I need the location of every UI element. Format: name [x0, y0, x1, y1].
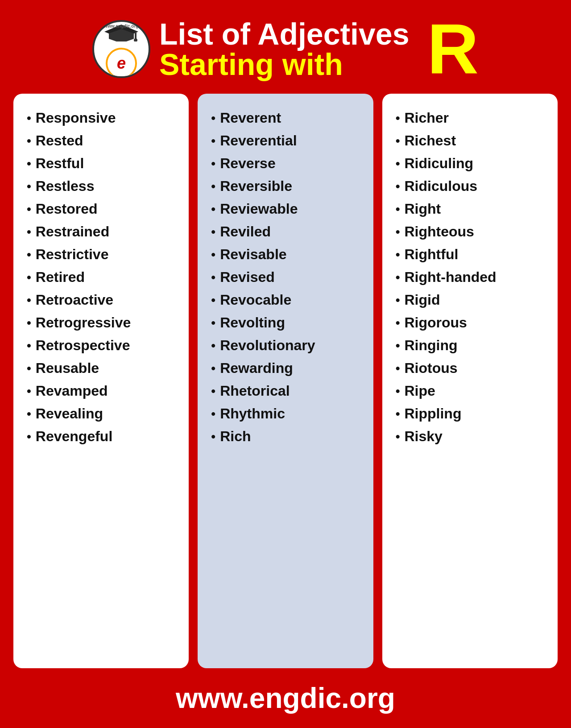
- column-2: ReverentReverentialReverseReversibleRevi…: [198, 94, 373, 668]
- list-item: Revealing: [27, 403, 180, 425]
- column-3: RicherRichestRidiculingRidiculousRightRi…: [382, 94, 558, 668]
- list-item: Retrogressive: [27, 312, 180, 334]
- list-item: Riotous: [396, 357, 549, 379]
- list-item: Reverent: [211, 107, 364, 129]
- list-item: Rhythmic: [211, 403, 364, 425]
- list-item: Rigid: [396, 289, 549, 311]
- title-block: List of Adjectives Starting with: [159, 19, 410, 79]
- list-item: Restless: [27, 175, 180, 197]
- header: e www.engdic.org List of Adjectives Star…: [0, 0, 571, 94]
- list-item: Ringing: [396, 335, 549, 356]
- list-item: Right: [396, 198, 549, 220]
- list-item: Revamped: [27, 380, 180, 402]
- list-item: Rhetorical: [211, 380, 364, 402]
- big-letter: R: [427, 13, 479, 85]
- list-item: Richer: [396, 107, 549, 129]
- list-item: Retroactive: [27, 289, 180, 311]
- logo-url: www.engdic.org: [104, 24, 139, 29]
- list-item: Reverse: [211, 153, 364, 174]
- list-item: Reversible: [211, 175, 364, 197]
- list-item: Responsive: [27, 107, 180, 129]
- word-list-1: ResponsiveRestedRestfulRestlessRestoredR…: [27, 107, 180, 447]
- list-item: Retrospective: [27, 335, 180, 356]
- columns-wrapper: ResponsiveRestedRestfulRestlessRestoredR…: [0, 94, 571, 668]
- list-item: Reviewable: [211, 198, 364, 220]
- word-list-2: ReverentReverentialReverseReversibleRevi…: [211, 107, 364, 447]
- footer: www.engdic.org: [0, 673, 571, 728]
- list-item: Revolutionary: [211, 335, 364, 356]
- list-item: Revised: [211, 266, 364, 288]
- footer-url: www.engdic.org: [176, 682, 395, 714]
- logo-circle: e: [106, 48, 137, 78]
- list-item: Righteous: [396, 221, 549, 243]
- list-item: Ridiculing: [396, 153, 549, 174]
- title-line2: Starting with: [159, 49, 343, 79]
- list-item: Revolting: [211, 312, 364, 334]
- column-1: ResponsiveRestedRestfulRestlessRestoredR…: [13, 94, 189, 668]
- list-item: Right-handed: [396, 266, 549, 288]
- list-item: Restored: [27, 198, 180, 220]
- list-item: Revisable: [211, 244, 364, 265]
- title-line1: List of Adjectives: [159, 19, 410, 49]
- list-item: Rigorous: [396, 312, 549, 334]
- list-item: Ridiculous: [396, 175, 549, 197]
- list-item: Reverential: [211, 130, 364, 152]
- list-item: Reviled: [211, 221, 364, 243]
- svg-point-3: [134, 38, 137, 41]
- list-item: Rewarding: [211, 357, 364, 379]
- list-item: Richest: [396, 130, 549, 152]
- list-item: Risky: [396, 426, 549, 447]
- logo-letter: e: [117, 54, 126, 73]
- list-item: Rippling: [396, 403, 549, 425]
- logo: e www.engdic.org: [92, 20, 150, 78]
- word-list-3: RicherRichestRidiculingRidiculousRightRi…: [396, 107, 549, 447]
- list-item: Reusable: [27, 357, 180, 379]
- list-item: Rich: [211, 426, 364, 447]
- list-item: Rightful: [396, 244, 549, 265]
- list-item: Restrained: [27, 221, 180, 243]
- list-item: Retired: [27, 266, 180, 288]
- list-item: Revocable: [211, 289, 364, 311]
- list-item: Restful: [27, 153, 180, 174]
- list-item: Revengeful: [27, 426, 180, 447]
- list-item: Restrictive: [27, 244, 180, 265]
- list-item: Ripe: [396, 380, 549, 402]
- list-item: Rested: [27, 130, 180, 152]
